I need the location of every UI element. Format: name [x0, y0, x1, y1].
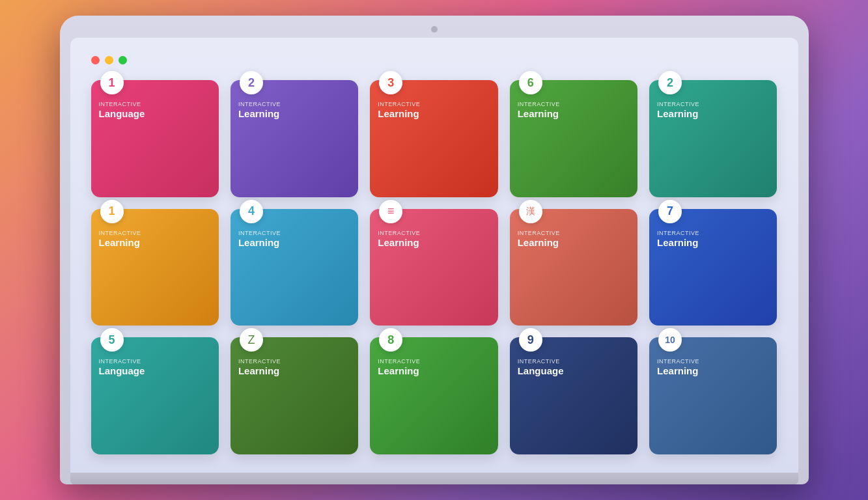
card-subtitle-13: Interactive	[378, 358, 420, 365]
laptop-frame: 1InteractiveLanguage2InteractiveLearning…	[60, 16, 809, 484]
card-badge-number-6: 1	[108, 204, 115, 218]
card-subtitle-1: Interactive	[99, 101, 145, 107]
card-badge-icon-9: 漢	[526, 206, 535, 217]
card-title-3: Learning	[378, 109, 420, 120]
card-item-8[interactable]: ≡InteractiveLearning	[370, 209, 497, 326]
card-subtitle-11: Interactive	[99, 358, 145, 365]
cards-grid: 1InteractiveLanguage2InteractiveLearning…	[91, 80, 777, 454]
laptop-camera	[431, 26, 438, 33]
card-item-12[interactable]: ZInteractiveLearning	[231, 337, 358, 454]
card-subtitle-6: Interactive	[99, 230, 141, 236]
card-subtitle-8: Interactive	[378, 230, 420, 236]
card-subtitle-7: Interactive	[238, 230, 281, 236]
minimize-button[interactable]	[105, 56, 113, 64]
card-title-1: Language	[99, 109, 145, 120]
card-item-11[interactable]: 5InteractiveLanguage	[91, 337, 219, 454]
card-badge-number-10: 7	[667, 204, 673, 218]
card-subtitle-2: Interactive	[238, 101, 281, 107]
card-item-9[interactable]: 漢InteractiveLearning	[510, 209, 637, 326]
card-item-4[interactable]: 6InteractiveLearning	[510, 80, 637, 197]
card-badge-number-3: 3	[387, 76, 394, 90]
card-item-10[interactable]: 7InteractiveLearning	[649, 209, 777, 326]
card-title-4: Learning	[518, 109, 560, 120]
close-button[interactable]	[91, 56, 100, 64]
card-subtitle-10: Interactive	[657, 230, 699, 236]
card-subtitle-12: Interactive	[238, 358, 281, 365]
card-subtitle-4: Interactive	[518, 101, 560, 107]
card-title-15: Learning	[657, 366, 699, 377]
card-title-14: Language	[518, 366, 564, 377]
card-item-6[interactable]: 1InteractiveLearning	[91, 209, 219, 326]
card-badge-icon-8: ≡	[387, 204, 395, 218]
card-badge-icon-12: Z	[247, 333, 255, 347]
card-badge-number-13: 8	[387, 333, 394, 347]
laptop-base	[70, 473, 798, 484]
card-item-7[interactable]: 4InteractiveLearning	[231, 209, 358, 326]
card-item-5[interactable]: 2InteractiveLearning	[649, 80, 777, 197]
card-title-5: Learning	[657, 109, 699, 120]
card-title-7: Learning	[238, 238, 281, 249]
card-item-14[interactable]: 9InteractiveLanguage	[510, 337, 637, 454]
card-title-8: Learning	[378, 238, 420, 249]
card-item-3[interactable]: 3InteractiveLearning	[370, 80, 497, 197]
card-title-11: Language	[99, 366, 145, 377]
card-subtitle-5: Interactive	[657, 101, 699, 107]
card-item-1[interactable]: 1InteractiveLanguage	[91, 80, 219, 197]
card-title-10: Learning	[657, 238, 699, 249]
card-item-13[interactable]: 8InteractiveLearning	[370, 337, 497, 454]
card-badge-number-11: 5	[108, 333, 115, 347]
card-item-15[interactable]: 10InteractiveLearning	[649, 337, 777, 454]
card-badge-number-1: 1	[108, 76, 115, 90]
card-item-2[interactable]: 2InteractiveLearning	[231, 80, 358, 197]
card-badge-number-4: 6	[527, 76, 534, 90]
card-title-13: Learning	[378, 366, 420, 377]
card-badge-number-7: 4	[248, 204, 255, 218]
card-title-9: Learning	[518, 238, 560, 249]
card-title-12: Learning	[238, 366, 281, 377]
card-title-6: Learning	[99, 238, 141, 249]
card-subtitle-15: Interactive	[657, 358, 699, 365]
card-badge-number-5: 2	[667, 76, 673, 90]
card-subtitle-9: Interactive	[518, 230, 560, 236]
card-badge-number-15: 10	[665, 335, 675, 345]
card-subtitle-14: Interactive	[518, 358, 564, 365]
card-title-2: Learning	[238, 109, 281, 120]
card-badge-number-14: 9	[527, 333, 534, 347]
card-subtitle-3: Interactive	[378, 101, 420, 107]
traffic-lights	[91, 56, 777, 64]
maximize-button[interactable]	[119, 56, 127, 64]
laptop-screen: 1InteractiveLanguage2InteractiveLearning…	[70, 38, 798, 473]
card-badge-number-2: 2	[248, 76, 255, 90]
